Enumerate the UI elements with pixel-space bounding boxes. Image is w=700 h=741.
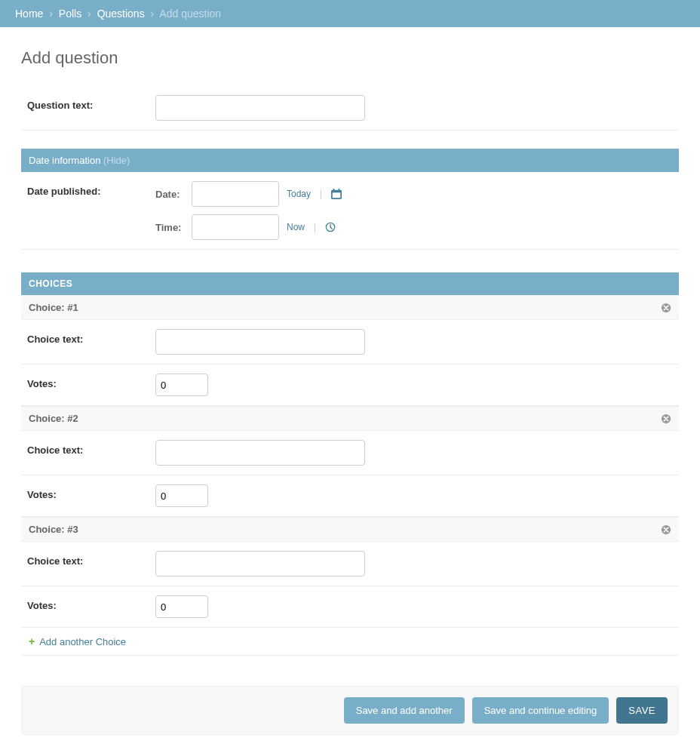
shortcut-sep: | (320, 189, 322, 199)
votes-input[interactable] (155, 484, 208, 507)
time-label: Time: (155, 222, 184, 233)
votes-input[interactable] (155, 374, 208, 396)
breadcrumb-polls[interactable]: Polls (59, 8, 81, 20)
date-info-header: Date information (Hide) (21, 149, 679, 172)
choice-text-label: Choice text: (27, 551, 155, 567)
breadcrumb-sep: › (88, 8, 91, 20)
choice-text-input[interactable] (155, 440, 365, 466)
time-input[interactable] (192, 214, 279, 240)
choice-votes-row: Votes: (21, 475, 679, 517)
clock-icon[interactable] (325, 222, 336, 232)
date-input[interactable] (192, 181, 279, 207)
choice-header: Choice: #1 (21, 295, 679, 320)
field-question-text: Question text: (21, 86, 679, 131)
choice-text-label: Choice text: (27, 440, 155, 456)
shortcut-sep: | (314, 222, 316, 232)
today-link[interactable]: Today (287, 189, 311, 199)
time-subfield: Time: Now | (155, 214, 673, 240)
breadcrumb-sep: › (151, 8, 155, 20)
choices-heading: CHOICES (21, 272, 679, 295)
breadcrumb-sep: › (49, 8, 53, 20)
date-subfield: Date: Today | (155, 181, 673, 207)
choice-header: Choice: #3 (21, 517, 679, 542)
page-title: Add question (21, 48, 679, 68)
choice-votes-row: Votes: (21, 586, 679, 627)
choice-text-input[interactable] (155, 551, 365, 577)
submit-row: Save and add another Save and continue e… (21, 686, 679, 735)
save-add-another-button[interactable]: Save and add another (344, 697, 465, 724)
choice-text-row: Choice text: (21, 542, 679, 586)
choice-text-row: Choice text: (21, 320, 679, 364)
choice-text-label: Choice text: (27, 329, 155, 345)
content: Add question Question text: Date informa… (0, 27, 700, 741)
plus-icon: + (29, 636, 35, 647)
date-label: Date: (155, 189, 184, 200)
field-date-published: Date published: Date: Today | Time: Now … (21, 172, 679, 250)
date-info-title: Date information (29, 155, 100, 166)
collapse-toggle[interactable]: (Hide) (103, 155, 130, 166)
delete-icon[interactable] (661, 524, 671, 535)
breadcrumb-current: Add question (159, 8, 221, 20)
save-button[interactable]: SAVE (616, 697, 668, 724)
delete-icon[interactable] (661, 303, 671, 313)
choice-header: Choice: #2 (21, 406, 679, 431)
choice-header-label: Choice: #2 (29, 413, 78, 424)
calendar-icon[interactable] (331, 189, 342, 199)
breadcrumb: Home › Polls › Questions › Add question (0, 0, 700, 27)
breadcrumb-questions[interactable]: Questions (97, 8, 145, 20)
choice-header-label: Choice: #3 (29, 524, 78, 535)
now-link[interactable]: Now (287, 222, 305, 232)
votes-input[interactable] (155, 595, 208, 618)
date-published-label: Date published: (27, 181, 155, 197)
choice-text-input[interactable] (155, 329, 365, 355)
choice-text-row: Choice text: (21, 431, 679, 475)
add-another-row: + Add another Choice (21, 627, 679, 656)
breadcrumb-home[interactable]: Home (15, 8, 43, 20)
votes-label: Votes: (27, 595, 155, 611)
delete-icon[interactable] (661, 414, 671, 424)
add-another-label: Add another Choice (39, 636, 126, 647)
choice-votes-row: Votes: (21, 364, 679, 406)
choice-header-label: Choice: #1 (29, 302, 78, 313)
question-text-input[interactable] (155, 95, 365, 121)
question-text-label: Question text: (27, 95, 155, 111)
votes-label: Votes: (27, 374, 155, 389)
save-continue-button[interactable]: Save and continue editing (472, 697, 609, 724)
votes-label: Votes: (27, 484, 155, 500)
add-another-choice-link[interactable]: + Add another Choice (29, 636, 126, 647)
